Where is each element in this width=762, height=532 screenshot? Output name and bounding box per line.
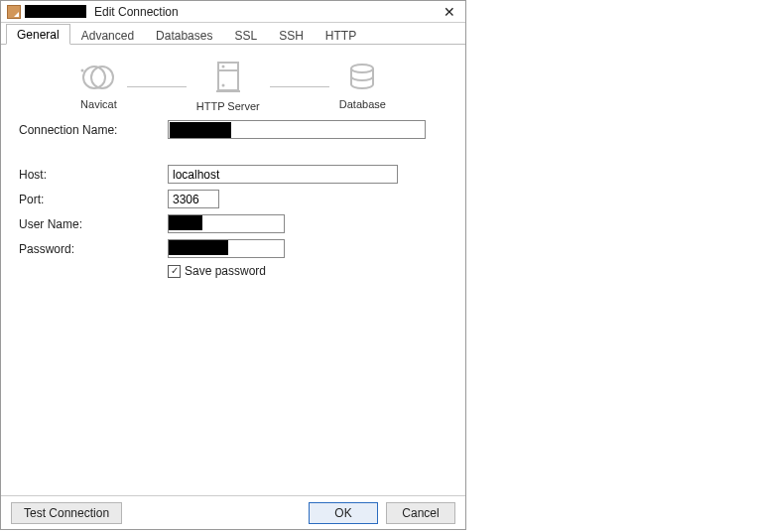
- password-input[interactable]: [168, 239, 285, 258]
- diagram-database: Database: [339, 63, 386, 110]
- navicat-icon: [80, 63, 116, 92]
- diagram-line: [270, 86, 329, 87]
- cancel-button[interactable]: Cancel: [386, 502, 455, 524]
- app-icon: [7, 5, 21, 19]
- host-input[interactable]: [168, 165, 398, 184]
- dialog-body: Navicat HTTP Server: [1, 45, 465, 495]
- svg-point-6: [221, 84, 224, 87]
- connection-diagram: Navicat HTTP Server: [19, 61, 447, 112]
- diagram-navicat: Navicat: [80, 63, 117, 110]
- close-icon[interactable]: ✕: [440, 5, 459, 19]
- tab-ssh[interactable]: SSH: [268, 25, 315, 45]
- save-password-label: Save password: [185, 264, 266, 278]
- diagram-database-label: Database: [339, 98, 386, 110]
- redacted-title-segment: [25, 5, 86, 18]
- diagram-line: [127, 86, 187, 87]
- database-icon: [347, 63, 377, 92]
- svg-rect-7: [216, 90, 240, 92]
- test-connection-button[interactable]: Test Connection: [11, 502, 122, 524]
- diagram-http-label: HTTP Server: [196, 100, 260, 112]
- user-name-input[interactable]: [168, 214, 285, 233]
- edit-connection-dialog: Edit Connection ✕ General Advanced Datab…: [0, 0, 466, 530]
- tab-databases[interactable]: Databases: [145, 25, 223, 45]
- tab-general[interactable]: General: [6, 24, 70, 45]
- connection-name-input[interactable]: [168, 120, 426, 139]
- svg-point-2: [81, 69, 84, 72]
- titlebar: Edit Connection ✕: [1, 1, 465, 23]
- port-input[interactable]: [168, 190, 219, 208]
- user-name-label: User Name:: [19, 217, 168, 231]
- window-title: Edit Connection: [94, 5, 179, 19]
- svg-point-5: [221, 66, 224, 68]
- http-server-icon: [214, 61, 242, 94]
- diagram-navicat-label: Navicat: [80, 98, 117, 110]
- svg-rect-3: [218, 63, 238, 90]
- ok-button[interactable]: OK: [309, 502, 378, 524]
- password-label: Password:: [19, 242, 168, 256]
- tab-strip: General Advanced Databases SSL SSH HTTP: [1, 23, 465, 45]
- dialog-footer: Test Connection OK Cancel: [1, 495, 465, 529]
- tab-http[interactable]: HTTP: [315, 25, 367, 45]
- svg-point-8: [351, 65, 373, 72]
- tab-advanced[interactable]: Advanced: [70, 25, 145, 45]
- port-label: Port:: [19, 193, 168, 206]
- form: Connection Name: Host: Port: User Name:: [19, 120, 447, 278]
- connection-name-label: Connection Name:: [19, 123, 168, 137]
- save-password-checkbox[interactable]: [168, 265, 181, 278]
- diagram-http: HTTP Server: [196, 61, 260, 112]
- host-label: Host:: [19, 168, 168, 182]
- tab-ssl[interactable]: SSL: [223, 25, 268, 45]
